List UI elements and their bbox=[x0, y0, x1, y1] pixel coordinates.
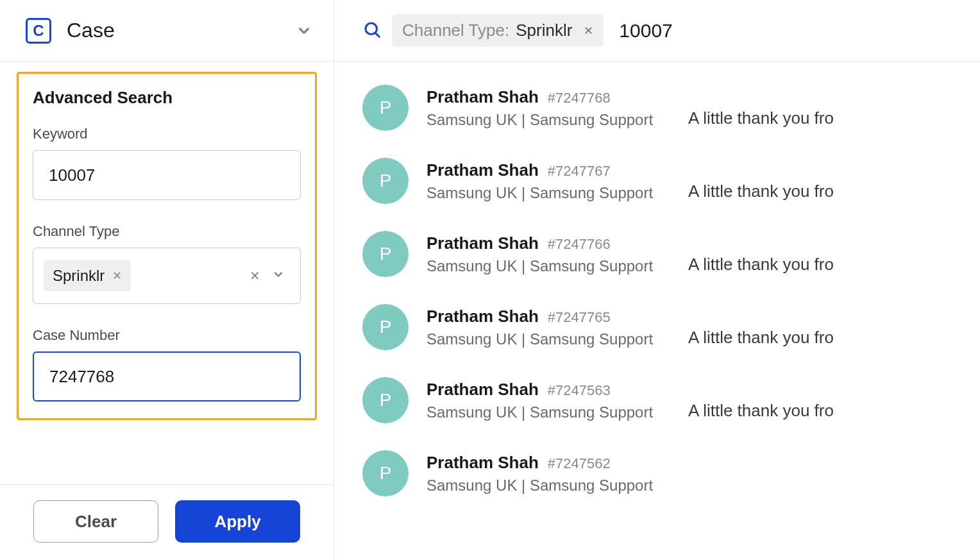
clear-button[interactable]: Clear bbox=[33, 500, 158, 543]
case-number-label: Case Number bbox=[33, 327, 301, 344]
result-name: Pratham Shah bbox=[427, 233, 539, 253]
result-row[interactable]: PPratham Shah#7247765Samsung UK | Samsun… bbox=[362, 304, 980, 350]
result-id: #7247563 bbox=[548, 382, 611, 399]
svg-line-1 bbox=[376, 33, 379, 36]
result-snippet: A little thank you fro bbox=[688, 108, 834, 128]
advanced-search-box: Advanced Search Keyword Channel Type Spr… bbox=[17, 72, 317, 420]
result-subtitle: Samsung UK | Samsung Support bbox=[427, 477, 670, 495]
result-subtitle: Samsung UK | Samsung Support bbox=[427, 330, 670, 348]
result-name: Pratham Shah bbox=[427, 307, 539, 326]
apply-button[interactable]: Apply bbox=[175, 500, 300, 543]
result-name: Pratham Shah bbox=[427, 453, 539, 473]
result-id: #7247765 bbox=[548, 309, 611, 326]
chevron-down-icon[interactable] bbox=[272, 268, 285, 284]
avatar: P bbox=[362, 450, 409, 496]
result-subtitle: Samsung UK | Samsung Support bbox=[427, 184, 670, 202]
remove-chip-icon[interactable]: ✕ bbox=[112, 269, 122, 283]
search-filter-chip[interactable]: Channel Type: Sprinklr ✕ bbox=[392, 14, 604, 47]
result-snippet: A little thank you fro bbox=[688, 401, 834, 421]
avatar: P bbox=[362, 377, 409, 423]
result-row[interactable]: PPratham Shah#7247766Samsung UK | Samsun… bbox=[362, 231, 980, 277]
avatar: P bbox=[362, 231, 409, 277]
result-id: #7247768 bbox=[548, 90, 611, 106]
result-snippet: A little thank you fro bbox=[688, 182, 834, 201]
result-name: Pratham Shah bbox=[427, 87, 539, 107]
result-subtitle: Samsung UK | Samsung Support bbox=[427, 403, 670, 421]
avatar: P bbox=[362, 304, 409, 350]
clear-all-icon[interactable]: ✕ bbox=[249, 268, 260, 283]
channel-type-chip: Sprinklr ✕ bbox=[44, 260, 131, 291]
form-footer: Clear Apply bbox=[0, 484, 334, 558]
result-main: Pratham Shah#7247563Samsung UK | Samsung… bbox=[427, 380, 670, 421]
results-panel: Channel Type: Sprinklr ✕ 10007 PPratham … bbox=[334, 0, 980, 558]
result-row[interactable]: PPratham Shah#7247563Samsung UK | Samsun… bbox=[362, 377, 980, 423]
result-subtitle: Samsung UK | Samsung Support bbox=[427, 257, 670, 275]
case-icon: C bbox=[26, 18, 51, 44]
remove-search-chip-icon[interactable]: ✕ bbox=[584, 24, 593, 38]
result-subtitle: Samsung UK | Samsung Support bbox=[427, 111, 670, 129]
channel-type-select[interactable]: Sprinklr ✕ ✕ bbox=[33, 248, 301, 304]
keyword-input[interactable] bbox=[33, 150, 301, 200]
result-main: Pratham Shah#7247766Samsung UK | Samsung… bbox=[427, 233, 670, 275]
result-main: Pratham Shah#7247767Samsung UK | Samsung… bbox=[427, 160, 670, 202]
entity-selector-label: Case bbox=[67, 19, 115, 42]
result-id: #7247766 bbox=[548, 236, 611, 253]
result-main: Pratham Shah#7247765Samsung UK | Samsung… bbox=[427, 307, 670, 348]
avatar: P bbox=[362, 158, 409, 204]
search-chip-value: Sprinklr bbox=[516, 21, 572, 40]
result-row[interactable]: PPratham Shah#7247768Samsung UK | Samsun… bbox=[362, 85, 980, 131]
entity-selector[interactable]: C Case bbox=[0, 0, 334, 62]
result-id: #7247767 bbox=[548, 163, 611, 180]
result-main: Pratham Shah#7247768Samsung UK | Samsung… bbox=[427, 87, 670, 129]
keyword-label: Keyword bbox=[33, 126, 301, 142]
chevron-down-icon[interactable] bbox=[292, 19, 316, 42]
advanced-search-panel: C Case Advanced Search Keyword Channel T… bbox=[0, 0, 334, 558]
result-row[interactable]: PPratham Shah#7247767Samsung UK | Samsun… bbox=[362, 158, 980, 204]
search-chip-label: Channel Type: bbox=[402, 21, 509, 40]
result-name: Pratham Shah bbox=[427, 380, 539, 400]
search-query-text[interactable]: 10007 bbox=[619, 20, 672, 42]
avatar: P bbox=[362, 85, 409, 131]
result-name: Pratham Shah bbox=[427, 160, 539, 180]
search-bar: Channel Type: Sprinklr ✕ 10007 bbox=[334, 0, 980, 62]
search-icon[interactable] bbox=[362, 20, 382, 42]
result-snippet: A little thank you fro bbox=[688, 255, 834, 275]
channel-type-label: Channel Type bbox=[33, 223, 301, 240]
result-main: Pratham Shah#7247562Samsung UK | Samsung… bbox=[427, 453, 670, 495]
advanced-search-title: Advanced Search bbox=[33, 88, 301, 108]
results-list: PPratham Shah#7247768Samsung UK | Samsun… bbox=[334, 62, 980, 523]
case-number-input[interactable] bbox=[33, 351, 301, 402]
result-row[interactable]: PPratham Shah#7247562Samsung UK | Samsun… bbox=[362, 450, 980, 496]
result-id: #7247562 bbox=[548, 455, 611, 472]
result-snippet: A little thank you fro bbox=[688, 328, 834, 348]
channel-type-chip-label: Sprinklr bbox=[53, 267, 105, 285]
